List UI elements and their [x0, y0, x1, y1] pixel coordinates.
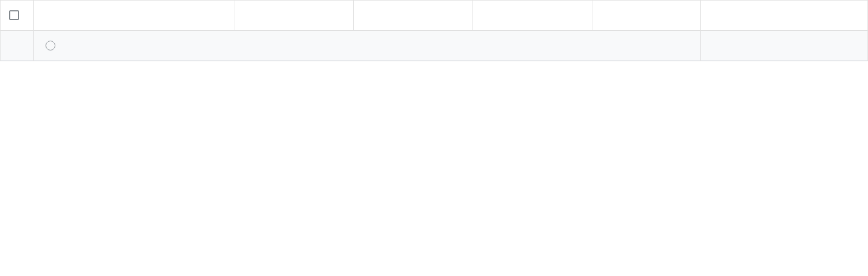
- total-row-interactions: [700, 30, 867, 61]
- column-header-interactions[interactable]: [700, 1, 867, 30]
- total-row-checkbox-cell: [1, 30, 33, 61]
- help-icon[interactable]: [46, 41, 55, 50]
- column-header-ad-group: [592, 1, 700, 30]
- column-header-search-term: [33, 1, 234, 30]
- column-header-added-excluded: [353, 1, 473, 30]
- select-all-checkbox[interactable]: [9, 10, 19, 20]
- table-header-row: [1, 1, 867, 30]
- search-terms-table: [0, 0, 868, 61]
- column-header-campaign: [473, 1, 592, 30]
- column-header-match-type: [234, 1, 353, 30]
- total-row: [1, 30, 867, 61]
- select-all-header[interactable]: [1, 1, 33, 30]
- total-row-label-cell: [33, 30, 700, 61]
